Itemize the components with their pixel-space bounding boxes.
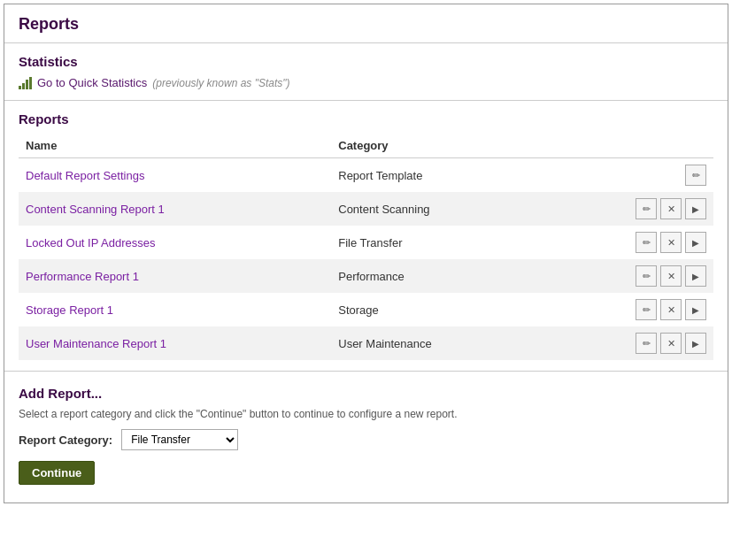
action-buttons: [582, 198, 706, 219]
pencil-icon: [643, 303, 651, 316]
delete-button[interactable]: [660, 333, 682, 354]
table-row: User Maintenance Report 1User Maintenanc…: [19, 326, 713, 360]
edit-button[interactable]: [636, 265, 657, 287]
action-buttons: [582, 265, 706, 287]
play-icon: [692, 303, 699, 316]
go-to-quick-statistics-link[interactable]: Go to Quick Statistics: [37, 76, 147, 89]
play-icon: [692, 236, 699, 249]
pencil-icon: [643, 337, 651, 349]
edit-button[interactable]: [636, 299, 657, 320]
report-name-link[interactable]: Storage Report 1: [26, 303, 113, 317]
page-wrapper: Reports Statistics Go to Quick Statistic…: [4, 4, 728, 503]
col-header-name: Name: [19, 134, 331, 158]
report-name-link[interactable]: Locked Out IP Addresses: [26, 236, 155, 249]
close-icon: [667, 337, 675, 349]
col-header-category: Category: [331, 134, 574, 158]
report-name-link[interactable]: User Maintenance Report 1: [26, 337, 166, 350]
run-button[interactable]: [685, 198, 706, 219]
table-header-row: Name Category: [19, 134, 713, 158]
reports-section-title: Reports: [19, 111, 713, 127]
close-icon: [667, 303, 675, 316]
add-report-description: Select a report category and click the "…: [19, 408, 713, 420]
table-row: Performance Report 1Performance: [19, 259, 713, 293]
action-buttons: [582, 232, 706, 253]
action-buttons: [582, 333, 706, 354]
edit-button[interactable]: [685, 165, 706, 186]
report-category-select[interactable]: File TransferContent ScanningPerformance…: [121, 429, 238, 450]
pencil-icon: [643, 236, 651, 249]
edit-button[interactable]: [636, 198, 657, 219]
col-header-actions: [574, 134, 713, 158]
play-icon: [692, 337, 699, 349]
report-name-link[interactable]: Performance Report 1: [26, 270, 139, 283]
report-category-cell: Performance: [331, 259, 574, 293]
delete-button[interactable]: [660, 265, 682, 287]
edit-button[interactable]: [636, 232, 657, 253]
delete-button[interactable]: [660, 232, 682, 253]
delete-button[interactable]: [660, 198, 682, 219]
report-category-cell: User Maintenance: [331, 326, 574, 360]
page-title: Reports: [4, 4, 728, 43]
report-category-cell: Report Template: [331, 158, 574, 193]
close-icon: [667, 236, 675, 249]
report-category-cell: File Transfer: [331, 226, 574, 259]
add-report-form: Report Category: File TransferContent Sc…: [19, 429, 713, 450]
add-report-title: Add Report...: [19, 386, 713, 401]
pencil-icon: [643, 270, 651, 282]
add-report-section: Add Report... Select a report category a…: [4, 372, 728, 502]
close-icon: [667, 270, 675, 282]
action-buttons: [582, 165, 706, 186]
run-button[interactable]: [685, 232, 706, 253]
report-name-link[interactable]: Default Report Settings: [26, 169, 144, 182]
run-button[interactable]: [685, 265, 706, 287]
pencil-icon: [643, 203, 651, 215]
report-category-cell: Storage: [331, 293, 574, 326]
stats-link-row: Go to Quick Statistics (previously known…: [19, 76, 713, 89]
delete-button[interactable]: [660, 299, 682, 320]
table-row: Content Scanning Report 1Content Scannin…: [19, 192, 713, 226]
statistics-section: Statistics Go to Quick Statistics (previ…: [4, 43, 728, 101]
table-row: Default Report SettingsReport Template: [19, 158, 713, 193]
edit-button[interactable]: [636, 333, 657, 354]
stats-note: (previously known as "Stats"): [152, 77, 289, 89]
play-icon: [692, 270, 699, 282]
table-row: Locked Out IP AddressesFile Transfer: [19, 226, 713, 259]
chart-icon: [19, 77, 32, 89]
report-name-link[interactable]: Content Scanning Report 1: [26, 203, 165, 216]
play-icon: [692, 203, 699, 215]
reports-table: Name Category Default Report SettingsRep…: [19, 134, 713, 360]
pencil-icon: [692, 169, 700, 181]
reports-section: Reports Name Category Default Report Set…: [4, 101, 728, 372]
report-category-cell: Content Scanning: [331, 192, 574, 226]
run-button[interactable]: [685, 333, 706, 354]
continue-button[interactable]: Continue: [19, 461, 95, 485]
table-row: Storage Report 1Storage: [19, 293, 713, 326]
report-category-label: Report Category:: [19, 433, 112, 447]
close-icon: [667, 203, 675, 215]
action-buttons: [582, 299, 706, 320]
statistics-section-title: Statistics: [19, 54, 713, 69]
run-button[interactable]: [685, 299, 706, 320]
